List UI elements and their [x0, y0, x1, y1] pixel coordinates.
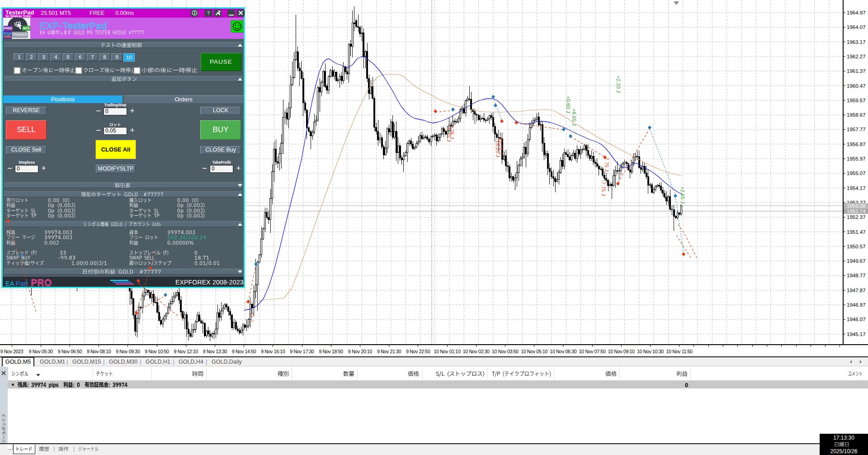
svg-text:+0.60 J: +0.60 J: [566, 96, 571, 113]
svg-text:10 Nov 11:50: 10 Nov 11:50: [666, 349, 693, 354]
svg-text:10 Nov 03:50: 10 Nov 03:50: [492, 349, 519, 354]
svg-text:10 Nov 09:10: 10 Nov 09:10: [608, 349, 635, 354]
svg-text:10 Nov 02:30: 10 Nov 02:30: [463, 349, 490, 354]
svg-text:10 Nov 10:30: 10 Nov 10:30: [637, 349, 664, 354]
svg-text:1956.87: 1956.87: [847, 142, 866, 147]
svg-text:1960.47: 1960.47: [847, 83, 866, 89]
svg-text:1950.57: 1950.57: [847, 244, 866, 249]
svg-text:1964.07: 1964.07: [847, 24, 866, 30]
svg-text:1947.87: 1947.87: [847, 288, 866, 293]
svg-text:-1.75 J: -1.75 J: [446, 126, 452, 142]
svg-text:9 Nov 18:50: 9 Nov 18:50: [319, 349, 344, 354]
svg-text:9 Nov 17:30: 9 Nov 17:30: [290, 349, 314, 354]
svg-text:1964.97: 1964.97: [847, 10, 866, 15]
svg-text:-15.20 J: -15.20 J: [495, 138, 500, 157]
svg-text:+2.10 J: +2.10 J: [616, 76, 621, 93]
svg-text:+2.65 J: +2.65 J: [680, 186, 685, 204]
svg-text:10 Nov 07:50: 10 Nov 07:50: [579, 349, 606, 354]
svg-text:+6.65 J: +6.65 J: [571, 109, 577, 126]
svg-text:1953.08: 1953.08: [847, 203, 866, 209]
svg-text:1958.67: 1958.67: [847, 112, 866, 118]
svg-text:10 Nov 06:30: 10 Nov 06:30: [550, 349, 576, 354]
svg-text:1946.07: 1946.07: [847, 317, 866, 322]
svg-text:-7.75 J: -7.75 J: [604, 156, 609, 171]
svg-text:1961.37: 1961.37: [847, 68, 866, 74]
svg-text:9 Nov 22:50: 9 Nov 22:50: [406, 349, 430, 354]
svg-text:1954.17: 1954.17: [847, 185, 866, 191]
svg-text:1952.37: 1952.37: [847, 214, 866, 220]
svg-text:1963.17: 1963.17: [847, 39, 866, 45]
svg-text:1945.17: 1945.17: [847, 332, 866, 337]
svg-text:1949.67: 1949.67: [847, 258, 866, 264]
svg-text:-7.75 J: -7.75 J: [601, 180, 606, 196]
svg-text:1959.57: 1959.57: [847, 98, 866, 103]
svg-text:1955.97: 1955.97: [847, 156, 866, 161]
svg-text:1951.47: 1951.47: [847, 229, 866, 235]
svg-text:9 Nov 21:30: 9 Nov 21:30: [377, 349, 401, 354]
svg-text:1962.27: 1962.27: [847, 54, 866, 59]
svg-text:1955.07: 1955.07: [847, 171, 866, 176]
svg-text:1952.74: 1952.74: [847, 209, 866, 214]
svg-text:10 Nov 01:10: 10 Nov 01:10: [434, 349, 461, 354]
svg-text:9 Nov 20:10: 9 Nov 20:10: [348, 349, 373, 354]
svg-text:1957.77: 1957.77: [847, 127, 866, 132]
svg-text:1946.97: 1946.97: [847, 302, 866, 308]
svg-text:10 Nov 05:10: 10 Nov 05:10: [521, 349, 547, 354]
svg-text:1948.77: 1948.77: [847, 273, 866, 278]
